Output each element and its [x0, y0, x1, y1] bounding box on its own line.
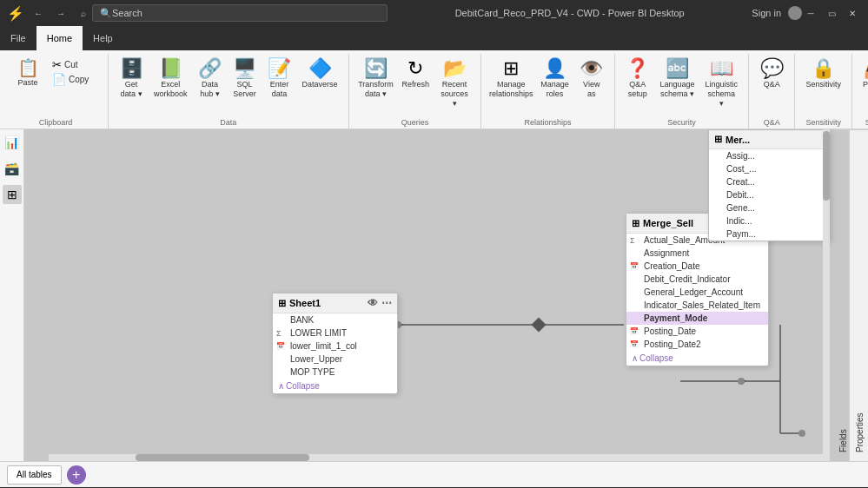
excel-icon: 📗: [159, 59, 182, 78]
right-field-debit: Debit...: [709, 188, 829, 201]
forward-btn[interactable]: →: [52, 4, 70, 22]
minimize-btn[interactable]: ─: [802, 4, 819, 22]
merge-sell-collapse[interactable]: ∧ Collapse: [626, 351, 768, 366]
group-share: 📤 Publish Share: [852, 54, 868, 129]
clipboard-label: Clipboard: [10, 116, 101, 129]
refresh-button[interactable]: ↻ Refresh: [399, 57, 431, 91]
view-area: 📊 🗃️ ⊞ ⊞: [0, 129, 868, 461]
merge-sell-icon: ⊞: [632, 218, 639, 229]
data-hub-icon: 🔗: [198, 59, 222, 78]
language-schema-button[interactable]: 🔤 Languageschema ▾: [657, 57, 698, 101]
posting-date-icon: 📅: [630, 327, 639, 335]
fields-tab[interactable]: Fields: [835, 129, 851, 461]
view-as-button[interactable]: 👁️ Viewas: [576, 57, 607, 101]
tab-file[interactable]: File: [0, 26, 36, 50]
ribbon: File Home Help 📋 Paste ✂ Cut 📄 Cop: [0, 26, 868, 129]
sign-in[interactable]: Sign in: [752, 8, 781, 18]
publish-button[interactable]: 📤 Publish: [859, 57, 868, 91]
recent-sources-icon: 📂: [443, 59, 467, 78]
sheet1-eye-icon[interactable]: 👁: [368, 297, 378, 309]
cut-button[interactable]: ✂ Cut: [49, 57, 101, 71]
add-tab-button[interactable]: +: [67, 465, 86, 485]
share-label: Share: [859, 116, 868, 129]
field-lower-limit-col: 📅 lower_limit_1_col: [273, 340, 397, 353]
cut-icon: ✂: [52, 59, 62, 70]
scroll-thumb[interactable]: [823, 131, 830, 201]
lower-limit-icon: Σ: [276, 329, 282, 338]
field-debit-credit: Debit_Credit_Indicator: [626, 273, 768, 286]
properties-tab[interactable]: Properties: [851, 129, 868, 461]
get-data-button[interactable]: 🗄️ Getdata ▾: [116, 57, 147, 101]
recent-btn[interactable]: ⌕: [75, 4, 92, 22]
sql-server-button[interactable]: 🖥️ SQLServer: [229, 57, 261, 101]
get-data-icon: 🗄️: [120, 59, 143, 78]
recent-sources-button[interactable]: 📂 Recentsources ▾: [435, 57, 474, 109]
transform-button[interactable]: 🔄 Transformdata ▾: [356, 57, 396, 101]
svg-point-10: [798, 430, 805, 437]
data-label: Data: [116, 116, 341, 129]
excel-button[interactable]: 📗 Excelworkbook: [150, 57, 191, 101]
report-view-icon[interactable]: 📊: [3, 133, 22, 152]
user-avatar: [788, 6, 802, 20]
security-items: ❓ Q&Asetup 🔤 Languageschema ▾ 📖 Linguist…: [622, 54, 742, 116]
merge-right-title: Mer...: [726, 135, 750, 145]
maximize-btn[interactable]: ▭: [823, 4, 840, 22]
field-mop-type: MOP TYPE: [273, 366, 397, 379]
data-view-icon[interactable]: 🗃️: [3, 159, 22, 178]
tab-help[interactable]: Help: [83, 26, 123, 50]
ribbon-content: 📋 Paste ✂ Cut 📄 Copy Clipboard: [0, 50, 868, 129]
model-view-icon[interactable]: ⊞: [3, 185, 22, 204]
search-text: Search: [112, 8, 142, 18]
enter-data-button[interactable]: 📝 Enterdata: [264, 57, 295, 101]
qa-label: Q&A: [756, 116, 787, 129]
share-items: 📤 Publish: [859, 54, 868, 116]
close-btn[interactable]: ✕: [844, 4, 861, 22]
lower-col-icon: 📅: [276, 342, 285, 350]
h-scroll-thumb[interactable]: [136, 454, 309, 461]
field-posting-date: 📅 Posting_Date: [626, 325, 768, 338]
data-hub-button[interactable]: 🔗 Datahub ▾: [195, 57, 226, 101]
ling-icon: 📖: [710, 59, 733, 78]
horizontal-scrollbar[interactable]: [49, 454, 823, 461]
field-assignment: Assignment: [626, 247, 768, 260]
relationships-label: Relationships: [488, 116, 607, 129]
back-btn[interactable]: ←: [30, 4, 47, 22]
qa2-icon: 💬: [760, 59, 784, 78]
copy-button[interactable]: 📄 Copy: [49, 72, 101, 86]
all-tables-tab[interactable]: All tables: [7, 465, 62, 485]
right-field-paym: Paym...: [709, 228, 829, 241]
title-bar-left: ⚡ ← → ⌕: [7, 4, 92, 22]
qa-setup-button[interactable]: ❓ Q&Asetup: [622, 57, 653, 101]
field-lower-limit: Σ LOWER LIMIT: [273, 326, 397, 340]
svg-rect-2: [532, 318, 547, 333]
field-posting-date2: 📅 Posting_Date2: [626, 338, 768, 351]
merge-sell-title-row: ⊞ Merge_Sell: [632, 218, 693, 229]
vertical-scrollbar[interactable]: [823, 129, 830, 461]
sheet1-collapse[interactable]: ∧ Collapse: [273, 379, 397, 393]
search-icon: 🔍: [100, 8, 112, 19]
dataverse-button[interactable]: 🔷 Dataverse: [299, 57, 341, 91]
svg-point-9: [738, 378, 745, 385]
left-panel: 📊 🗃️ ⊞: [0, 129, 24, 461]
sheet1-title-row: ⊞ Sheet1: [278, 298, 321, 309]
qa-button[interactable]: 💬 Q&A: [756, 57, 787, 91]
sensitivity-icon: 🔒: [812, 59, 835, 78]
sensitivity-label: Sensitivity: [802, 116, 845, 129]
lang-icon: 🔤: [666, 59, 689, 78]
collapse-icon: ∧: [278, 381, 284, 391]
tab-home[interactable]: Home: [36, 26, 83, 50]
merge-right-card: ⊞ Mer... Assig... Cost_... Creat... Debi…: [708, 129, 830, 241]
enter-data-icon: 📝: [268, 59, 291, 78]
paste-button[interactable]: 📋 Paste: [10, 57, 45, 89]
manage-relationships-button[interactable]: ⊞ Managerelationships: [488, 57, 533, 101]
manage-roles-button[interactable]: 👤 Manageroles: [537, 57, 573, 101]
manage-roles-icon: 👤: [543, 59, 567, 78]
sheet1-more-icon[interactable]: ⋯: [381, 297, 392, 309]
field-bank: BANK: [273, 313, 397, 326]
transform-icon: 🔄: [364, 59, 388, 78]
search-bar[interactable]: 🔍 Search: [92, 4, 388, 22]
sensitivity-button[interactable]: 🔒 Sensitivity: [802, 57, 845, 91]
linguistic-schema-button[interactable]: 📖 Linguisticschema ▾: [701, 57, 741, 109]
posting-date2-icon: 📅: [630, 340, 639, 348]
field-lower-upper: Lower_Upper: [273, 353, 397, 366]
